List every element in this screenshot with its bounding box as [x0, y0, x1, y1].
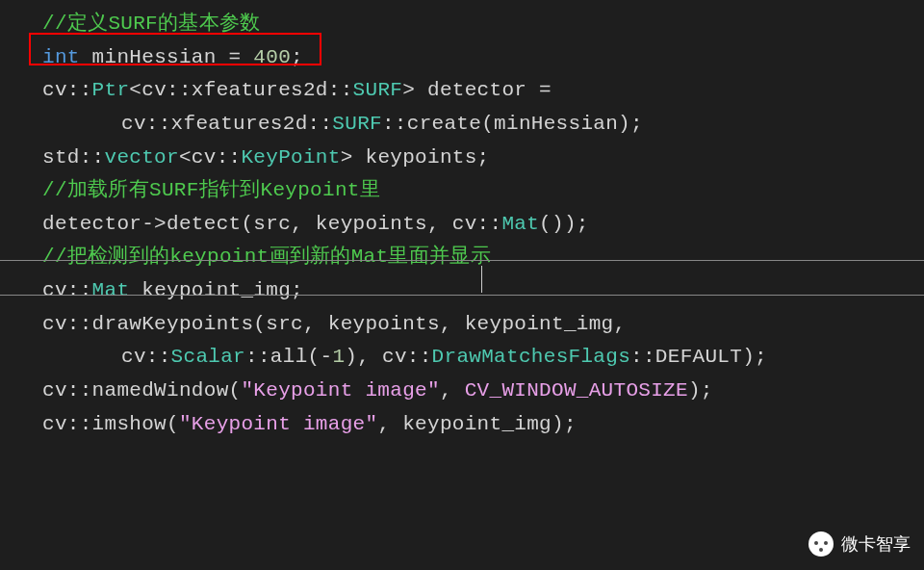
code-line: int minHessian = 400;	[0, 41, 924, 75]
code-line: std::vector<cv::KeyPoint> keypoints;	[0, 142, 924, 175]
wechat-icon	[808, 531, 834, 557]
code-line: cv::Ptr<cv::xfeatures2d::SURF> detector …	[0, 74, 924, 108]
code-line: //定义SURF的基本参数	[0, 8, 924, 41]
comment-text: //定义SURF的基本参数	[42, 13, 261, 35]
code-line: cv::namedWindow("Keypoint image", CV_WIN…	[0, 375, 924, 408]
code-line: cv::imshow("Keypoint image", keypoint_im…	[0, 408, 924, 442]
code-line: cv::drawKeypoints(src, keypoints, keypoi…	[0, 308, 924, 342]
code-line: cv::xfeatures2d::SURF::create(minHessian…	[0, 108, 924, 142]
code-line: //加载所有SURF指针到Keypoint里	[0, 174, 924, 208]
code-line: cv::Mat keypoint_img;	[0, 274, 924, 308]
code-line: detector->detect(src, keypoints, cv::Mat…	[0, 208, 924, 242]
comment-text: //加载所有SURF指针到Keypoint里	[42, 179, 380, 201]
horizontal-ruler	[0, 260, 924, 261]
watermark-text: 微卡智享	[841, 532, 911, 556]
code-line: cv::Scalar::all(-1), cv::DrawMatchesFlag…	[0, 341, 924, 375]
code-line: //把检测到的keypoint画到新的Mat里面并显示	[0, 241, 924, 274]
text-cursor	[481, 266, 482, 293]
code-editor[interactable]: //定义SURF的基本参数 int minHessian = 400; cv::…	[0, 0, 924, 441]
comment-text: //把检测到的keypoint画到新的Mat里面并显示	[42, 246, 491, 268]
horizontal-ruler	[0, 295, 924, 296]
watermark: 微卡智享	[808, 531, 911, 557]
